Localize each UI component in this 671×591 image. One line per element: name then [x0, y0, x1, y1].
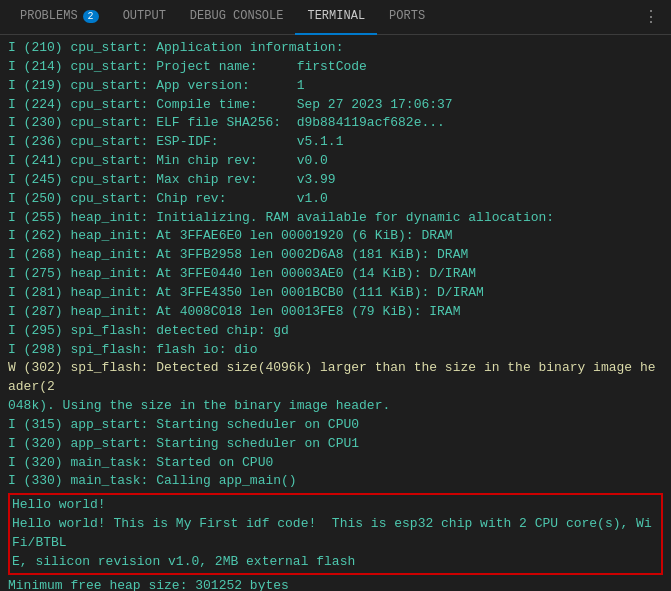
highlighted-line: Hello world!: [12, 496, 659, 515]
log-line: I (230) cpu_start: ELF file SHA256: d9b8…: [8, 114, 663, 133]
problems-badge: 2: [83, 10, 99, 23]
tab-ports[interactable]: PORTS: [377, 0, 437, 35]
terminal-content: I (210) cpu_start: Application informati…: [0, 35, 671, 591]
log-line: I (320) main_task: Started on CPU0: [8, 454, 663, 473]
terminal-actions: ⋮: [639, 3, 663, 31]
highlighted-line: E, silicon revision v1.0, 2MB external f…: [12, 553, 659, 572]
log-line: I (210) cpu_start: Application informati…: [8, 39, 663, 58]
log-line: I (295) spi_flash: detected chip: gd: [8, 322, 663, 341]
after-log-line: Minimum free heap size: 301252 bytes: [8, 577, 663, 591]
ellipsis-icon[interactable]: ⋮: [639, 3, 663, 31]
log-line: I (224) cpu_start: Compile time: Sep 27 …: [8, 96, 663, 115]
log-line: I (262) heap_init: At 3FFAE6E0 len 00001…: [8, 227, 663, 246]
log-line: W (302) spi_flash: Detected size(4096k) …: [8, 359, 663, 397]
log-line: I (281) heap_init: At 3FFE4350 len 0001B…: [8, 284, 663, 303]
log-line: I (298) spi_flash: flash io: dio: [8, 341, 663, 360]
log-line: I (241) cpu_start: Min chip rev: v0.0: [8, 152, 663, 171]
log-line: I (219) cpu_start: App version: 1: [8, 77, 663, 96]
highlighted-line: Hello world! This is My First idf code! …: [12, 515, 659, 553]
log-line: I (250) cpu_start: Chip rev: v1.0: [8, 190, 663, 209]
log-line: I (287) heap_init: At 4008C018 len 00013…: [8, 303, 663, 322]
tab-debug-console[interactable]: DEBUG CONSOLE: [178, 0, 296, 35]
log-line: I (315) app_start: Starting scheduler on…: [8, 416, 663, 435]
log-line: I (330) main_task: Calling app_main(): [8, 472, 663, 491]
terminal-highlighted-box: Hello world!Hello world! This is My Firs…: [8, 493, 663, 574]
log-line: 048k). Using the size in the binary imag…: [8, 397, 663, 416]
log-line: I (245) cpu_start: Max chip rev: v3.99: [8, 171, 663, 190]
tab-problems[interactable]: PROBLEMS 2: [8, 0, 111, 35]
tab-bar: PROBLEMS 2 OUTPUT DEBUG CONSOLE TERMINAL…: [0, 0, 671, 35]
terminal-after-lines: Minimum free heap size: 301252 bytesRest…: [8, 577, 663, 591]
tab-output[interactable]: OUTPUT: [111, 0, 178, 35]
log-line: I (320) app_start: Starting scheduler on…: [8, 435, 663, 454]
log-line: I (255) heap_init: Initializing. RAM ava…: [8, 209, 663, 228]
log-line: I (275) heap_init: At 3FFE0440 len 00003…: [8, 265, 663, 284]
log-line: I (268) heap_init: At 3FFB2958 len 0002D…: [8, 246, 663, 265]
log-line: I (214) cpu_start: Project name: firstCo…: [8, 58, 663, 77]
log-line: I (236) cpu_start: ESP-IDF: v5.1.1: [8, 133, 663, 152]
tab-terminal[interactable]: TERMINAL: [295, 0, 377, 35]
terminal-log-lines: I (210) cpu_start: Application informati…: [8, 39, 663, 491]
